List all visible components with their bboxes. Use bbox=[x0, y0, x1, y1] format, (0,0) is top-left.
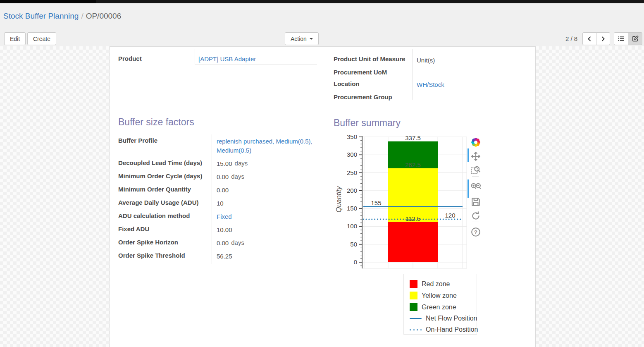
breadcrumb-current: OP/00006 bbox=[86, 12, 122, 20]
reset-axes-icon[interactable] bbox=[470, 211, 481, 221]
caret-down-icon bbox=[310, 38, 313, 40]
factor-label: Minimum Order Cycle (days) bbox=[118, 172, 202, 179]
factor-label: Order Spike Threshold bbox=[118, 252, 185, 259]
svg-text:250: 250 bbox=[347, 169, 357, 176]
chevron-left-icon bbox=[586, 36, 593, 42]
list-view-button[interactable] bbox=[614, 32, 628, 45]
breadcrumb-parent-link[interactable]: Stock Buffer Planning bbox=[3, 12, 79, 20]
breadcrumb: Stock Buffer Planning/OP/00006 bbox=[3, 12, 121, 21]
svg-text:100: 100 bbox=[347, 223, 357, 230]
legend-item[interactable]: On-Hand Position bbox=[410, 326, 478, 333]
unit-suffix: days bbox=[231, 173, 244, 180]
edit-form-icon bbox=[632, 35, 639, 42]
field-value-link[interactable]: WH/Stock bbox=[417, 81, 444, 88]
factor-value: 0.00 bbox=[217, 187, 229, 194]
svg-text:350: 350 bbox=[347, 133, 357, 140]
control-panel: Stock Buffer Planning/OP/00006 Edit Crea… bbox=[0, 3, 644, 46]
svg-text:262.5: 262.5 bbox=[405, 161, 421, 168]
top-navbar bbox=[0, 0, 644, 3]
clipped-row-border-line bbox=[334, 49, 533, 49]
factor-value: 0.00days bbox=[217, 173, 244, 180]
legend-label: Green zone bbox=[422, 304, 456, 311]
save-icon[interactable] bbox=[470, 196, 481, 207]
red-square-swatch bbox=[410, 280, 417, 288]
svg-text:300: 300 bbox=[347, 151, 357, 158]
pager-next-button[interactable] bbox=[596, 32, 610, 45]
factor-value-link[interactable]: replenish purchased, Medium(0.5), Medium… bbox=[217, 137, 320, 155]
factor-label: Fixed ADU bbox=[118, 225, 149, 232]
factor-label: Order Spike Horizon bbox=[118, 239, 178, 246]
edit-button[interactable]: Edit bbox=[4, 32, 26, 45]
factor-value: 0.00days bbox=[217, 239, 244, 246]
pager-previous-button[interactable] bbox=[582, 32, 596, 45]
yellow-square-swatch bbox=[410, 292, 417, 299]
solid-line-swatch bbox=[410, 318, 422, 319]
group-separator-line bbox=[195, 49, 195, 65]
field-label: Procurement UoM bbox=[334, 69, 387, 76]
factor-label: Minimum Order Quantity bbox=[118, 186, 191, 193]
field-label: Product Unit of Measure bbox=[334, 55, 405, 62]
buffer-summary-chart[interactable]: 050100150200250300350155120337.5262.5112… bbox=[334, 133, 471, 273]
field-label: Location bbox=[334, 80, 360, 87]
legend-label: Yellow zone bbox=[422, 292, 457, 299]
factor-label: ADU calculation method bbox=[118, 212, 190, 219]
breadcrumb-separator: / bbox=[81, 12, 83, 20]
modebar-active-indicator bbox=[467, 179, 469, 198]
form-view-button[interactable] bbox=[628, 32, 642, 45]
factors-section-title: Buffer size factors bbox=[118, 117, 194, 128]
factor-label: Decoupled Lead Time (days) bbox=[118, 159, 202, 166]
factor-value: 10 bbox=[217, 200, 224, 207]
list-icon bbox=[618, 35, 625, 42]
factor-value-link[interactable]: Fixed bbox=[217, 213, 232, 220]
modebar-divider bbox=[472, 193, 479, 193]
plotly-logo-icon bbox=[470, 137, 481, 148]
svg-text:112.5: 112.5 bbox=[405, 215, 420, 222]
view-switcher bbox=[614, 32, 642, 45]
stock-buffer-planning-page: Stock Buffer Planning/OP/00006 Edit Crea… bbox=[0, 0, 644, 347]
factors-separator-line bbox=[212, 134, 212, 264]
legend-label: On-Hand Position bbox=[426, 326, 478, 333]
legend-label: Red zone bbox=[422, 280, 450, 288]
svg-text:155: 155 bbox=[371, 199, 381, 206]
factor-value: 10.00 bbox=[217, 226, 232, 233]
modebar-divider bbox=[472, 222, 479, 222]
product-label: Product bbox=[118, 55, 142, 62]
svg-text:337.5: 337.5 bbox=[405, 134, 421, 141]
field-label: Procurement Group bbox=[334, 93, 392, 101]
green-square-swatch bbox=[410, 303, 417, 311]
factor-value: 56.25 bbox=[217, 253, 232, 260]
help-icon[interactable]: ? bbox=[470, 227, 481, 237]
unit-suffix: days bbox=[235, 160, 248, 167]
svg-text:120: 120 bbox=[445, 212, 455, 219]
summary-section-title: Buffer summary bbox=[334, 117, 401, 129]
factor-value: 15.00days bbox=[217, 160, 248, 167]
box-zoom-icon[interactable] bbox=[470, 165, 481, 175]
unit-suffix: days bbox=[231, 239, 244, 246]
group-separator-line bbox=[413, 49, 413, 100]
svg-text:0: 0 bbox=[354, 258, 357, 266]
legend-label: Net Flow Position bbox=[426, 315, 477, 322]
svg-text:?: ? bbox=[474, 229, 477, 235]
legend-item[interactable]: Net Flow Position bbox=[410, 315, 477, 322]
legend-item[interactable]: Green zone bbox=[410, 303, 456, 311]
cell-border-line bbox=[195, 65, 317, 65]
field-value: Unit(s) bbox=[417, 57, 435, 64]
zoom-in-out-icon[interactable] bbox=[470, 181, 481, 192]
chart-modebar: ? bbox=[469, 136, 483, 285]
create-button[interactable]: Create bbox=[27, 32, 56, 45]
modebar-divider bbox=[472, 176, 479, 177]
chart-legend: Red zoneYellow zoneGreen zoneNet Flow Po… bbox=[403, 274, 477, 335]
dotted-line-swatch bbox=[410, 329, 422, 330]
factor-label: Buffer Profile bbox=[118, 137, 157, 144]
legend-item[interactable]: Yellow zone bbox=[410, 292, 457, 299]
action-dropdown-button[interactable]: Action bbox=[285, 32, 319, 45]
form-sheet: Product [ADPT] USB Adapter Product Unit … bbox=[110, 46, 536, 347]
modebar-active-indicator bbox=[467, 148, 469, 162]
svg-text:50: 50 bbox=[350, 241, 357, 248]
chevron-right-icon bbox=[600, 36, 606, 42]
legend-item[interactable]: Red zone bbox=[410, 280, 450, 288]
product-link[interactable]: [ADPT] USB Adapter bbox=[198, 55, 256, 62]
svg-text:200: 200 bbox=[347, 187, 357, 194]
svg-text:Quantity: Quantity bbox=[335, 186, 343, 213]
pan-icon[interactable] bbox=[470, 151, 481, 162]
